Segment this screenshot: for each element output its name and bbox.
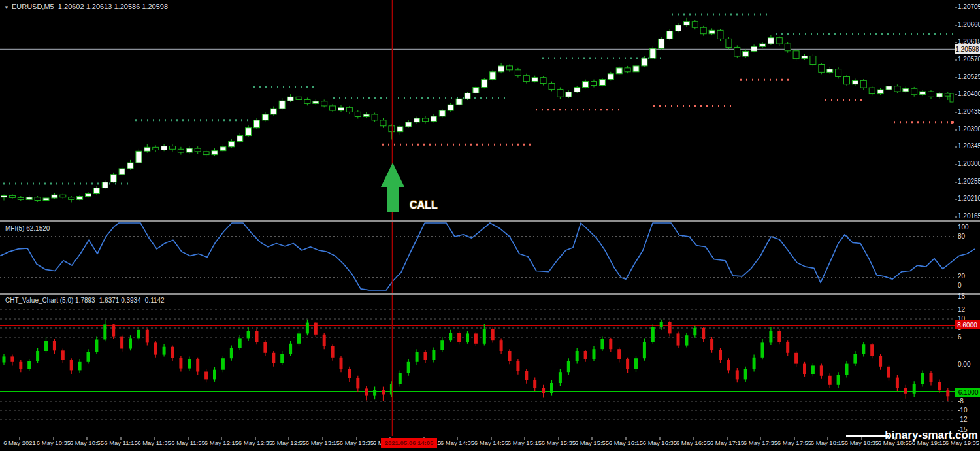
candle-body (785, 44, 791, 51)
time-axis-label: 6 May 12:15 (204, 439, 238, 446)
value-bar-body (617, 349, 621, 359)
value-bar-body (416, 352, 419, 361)
value-bar-body (103, 324, 106, 339)
candle-body (119, 169, 125, 175)
candle-body (102, 182, 108, 188)
value-bar-body (78, 362, 82, 371)
time-axis-label: 6 May 13:15 (306, 439, 340, 446)
time-axis-label: 6 May 17:55 (777, 439, 811, 446)
value-bar-body (297, 333, 301, 343)
candle-body (372, 114, 378, 120)
symbol-dropdown-icon[interactable]: ▼ (4, 5, 9, 10)
candle-body (161, 146, 167, 150)
candle-body (726, 39, 732, 47)
candle-body (936, 93, 942, 97)
time-axis-label: 6 May 15:35 (542, 439, 576, 446)
value-bar-body (753, 358, 756, 369)
value-bar-body (685, 335, 688, 345)
candle-body (203, 152, 209, 155)
candle-body (591, 82, 597, 86)
value-bar-body (870, 344, 874, 356)
charts-canvas[interactable] (0, 0, 980, 451)
symbol-period-label: EURUSD,M5 (12, 3, 54, 10)
candle-body (212, 151, 218, 155)
candle-body (683, 22, 689, 25)
value-bar-body (272, 353, 275, 363)
value-bar-body (727, 360, 730, 370)
candle-body (93, 188, 99, 194)
time-axis-label: 6 May 2021 (3, 439, 36, 446)
value-bar-body (777, 331, 781, 342)
value-bar-body (930, 373, 933, 382)
candle-body (836, 69, 841, 77)
value-bar-body (348, 369, 351, 378)
value-bar-body (584, 351, 587, 359)
value-bar-body (879, 356, 882, 367)
value-bar-body (323, 335, 326, 346)
candle-body (439, 110, 445, 116)
time-axis-label: 6 May 18:15 (811, 439, 845, 446)
candle-body (903, 88, 909, 92)
candle-body (186, 148, 192, 152)
value-bar-body (921, 373, 924, 384)
time-axis-label: 6 May 10:35 (37, 439, 71, 446)
watermark-text: binary-smart.com (885, 429, 978, 442)
value-bar-body (457, 333, 461, 342)
candle-body (195, 148, 201, 152)
value-bar-body (36, 351, 39, 361)
time-axis-label: 6 May 10:55 (70, 439, 104, 446)
candle-body (659, 39, 664, 48)
value-bar-body (677, 333, 680, 345)
value-bar-body (651, 327, 655, 342)
value-bar-body (693, 328, 696, 335)
value-chart-axis-label: 15 (958, 293, 965, 300)
value-bar-body (938, 382, 941, 391)
current-price-box: 1.20598 (955, 44, 980, 54)
candle-body (650, 48, 656, 58)
candle-body (279, 101, 285, 109)
watermark-dash (846, 435, 889, 437)
candle-body (692, 22, 698, 27)
candle-body (810, 56, 816, 64)
value-bar-body (660, 322, 663, 327)
candle-body (819, 65, 825, 73)
candle-body (1, 195, 7, 197)
candle-body (886, 86, 892, 90)
value-bar-body (137, 330, 140, 339)
candle-body (608, 74, 613, 80)
value-bar-body (163, 347, 166, 355)
candle-body (18, 197, 24, 199)
candle-body (515, 70, 521, 76)
candle-body (144, 147, 150, 151)
value-bar-body (516, 361, 519, 371)
value-bar-body (845, 364, 849, 375)
candle-body (633, 66, 639, 72)
value-bar-body (340, 358, 343, 369)
price-axis-label: 1.20525 (958, 73, 980, 80)
value-bar-body (61, 350, 65, 360)
value-chart-axis-label: -12 (958, 416, 967, 423)
value-bar-body (44, 341, 48, 351)
candle-body (498, 66, 504, 72)
value-bar-body (828, 376, 832, 385)
upper-level-box: 8.6000 (955, 320, 980, 329)
candle-body (363, 114, 369, 117)
value-bar-body (221, 358, 225, 370)
value-bar-body (567, 361, 570, 372)
value-bar-body (154, 342, 157, 354)
value-bar-body (896, 378, 899, 388)
lower-level-box: -6.1000 (955, 388, 980, 397)
value-bar-body (576, 351, 579, 361)
time-axis-label: 6 May 15:55 (575, 439, 609, 446)
value-bar-body (306, 323, 309, 334)
price-axis-label: 1.20435 (958, 108, 980, 115)
time-axis-label: 6 May 14:55 (474, 439, 508, 446)
candle-body (431, 116, 436, 122)
price-axis-label: 1.20255 (958, 178, 980, 185)
candle-body (355, 112, 361, 116)
candle-body (304, 99, 310, 103)
value-bar-body (668, 322, 672, 333)
value-bar-body (643, 342, 646, 358)
candle-body (709, 30, 715, 33)
candle-body (178, 149, 184, 152)
